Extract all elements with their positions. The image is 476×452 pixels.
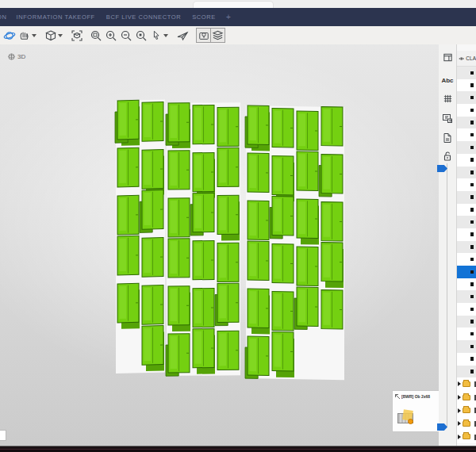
classification-row[interactable]	[457, 128, 476, 141]
row-checkbox[interactable]	[470, 170, 474, 174]
expand-triangle-icon[interactable]	[458, 395, 461, 400]
folder-row[interactable]	[457, 417, 476, 431]
classification-row[interactable]	[457, 104, 476, 117]
row-checkbox[interactable]	[470, 109, 474, 113]
row-checkbox[interactable]	[470, 208, 474, 212]
classification-row[interactable]	[457, 141, 476, 154]
classification-row[interactable]	[457, 353, 476, 366]
pdf-icon[interactable]	[441, 132, 454, 144]
menu-item-bcf-live-connector[interactable]: BCF LIVE CONNECTOR	[106, 13, 181, 21]
folder-row[interactable]	[457, 391, 476, 404]
select-cursor-icon[interactable]	[149, 28, 163, 43]
zoom-in-icon[interactable]	[104, 28, 117, 43]
pan-dropdown-caret[interactable]	[32, 34, 36, 37]
panel-layout-icon[interactable]	[441, 51, 454, 63]
expand-triangle-icon[interactable]	[458, 408, 461, 413]
row-checkbox[interactable]	[470, 258, 474, 262]
row-checkbox[interactable]	[470, 345, 474, 349]
cube-dropdown-caret[interactable]	[58, 34, 63, 37]
taskbar-edge	[0, 446, 476, 452]
zoom-out-icon[interactable]	[119, 28, 132, 43]
expand-triangle-icon[interactable]	[458, 421, 461, 426]
cube-view-icon[interactable]	[44, 28, 57, 43]
row-checkbox[interactable]	[470, 83, 474, 87]
classification-row[interactable]	[457, 154, 476, 167]
classification-row-selected[interactable]	[457, 266, 476, 278]
row-checkbox[interactable]	[470, 370, 474, 373]
classification-row[interactable]	[457, 167, 476, 179]
viewport-3d[interactable]: 3D [BWR] Ob 2x68	[0, 44, 439, 446]
selection-info-box[interactable]: [BWR] Ob 2x68	[392, 390, 439, 432]
lock-open-icon[interactable]	[441, 150, 454, 163]
layers-icon[interactable]	[210, 29, 225, 42]
zoom-selected-icon[interactable]	[134, 28, 148, 43]
info-box-title: [BWR] Ob 2x68	[401, 394, 438, 399]
classification-row[interactable]	[457, 241, 476, 254]
row-checkbox[interactable]	[470, 295, 474, 299]
row-checkbox[interactable]	[470, 308, 474, 312]
row-checkbox[interactable]	[470, 245, 474, 249]
expand-triangle-icon[interactable]	[458, 435, 461, 439]
main-area: 3D [BWR] Ob 2x68	[0, 44, 476, 446]
zoom-extents-icon[interactable]	[70, 28, 83, 43]
classification-row[interactable]	[457, 253, 476, 266]
row-checkbox[interactable]	[470, 357, 474, 361]
row-checkbox[interactable]	[470, 183, 474, 187]
folder-row[interactable]	[457, 431, 476, 444]
classification-row[interactable]	[457, 91, 476, 104]
classification-panel-header[interactable]: CLA	[457, 51, 476, 67]
fly-icon[interactable]	[175, 28, 189, 43]
classification-row[interactable]	[457, 228, 476, 241]
classification-row[interactable]	[457, 366, 476, 378]
classification-row[interactable]	[457, 328, 476, 340]
text-abc-icon[interactable]: Abc	[441, 74, 454, 86]
classification-row[interactable]	[457, 216, 476, 228]
classification-row[interactable]	[457, 191, 476, 204]
expand-triangle-icon[interactable]	[458, 381, 461, 386]
row-checkbox[interactable]	[470, 332, 474, 336]
classification-row[interactable]	[457, 204, 476, 216]
zoom-window-icon[interactable]	[89, 28, 102, 43]
row-checkbox[interactable]	[470, 121, 474, 124]
pan-hand-icon[interactable]	[17, 28, 31, 43]
row-checkbox[interactable]	[470, 133, 474, 137]
classification-row[interactable]	[457, 117, 476, 129]
view-toggle-group	[196, 28, 225, 43]
menu-item-on[interactable]: ON	[0, 13, 6, 21]
row-checkbox[interactable]	[470, 195, 474, 199]
classification-row[interactable]	[457, 316, 476, 328]
menu-item-score[interactable]: SCORE	[192, 13, 216, 21]
row-checkbox[interactable]	[470, 220, 474, 224]
eye-icon	[459, 56, 464, 61]
classification-row[interactable]	[457, 67, 476, 79]
map-icon[interactable]	[197, 29, 210, 42]
folder-row[interactable]	[457, 404, 476, 417]
folder-icon	[463, 381, 470, 387]
row-checkbox[interactable]	[470, 270, 474, 274]
classification-folders	[457, 377, 476, 443]
classification-row[interactable]	[457, 79, 476, 92]
classification-row[interactable]	[457, 340, 476, 353]
app-window: ON INFORMATION TAKEOFF BCF LIVE CONNECTO…	[0, 0, 476, 452]
menu-item-add[interactable]: +	[226, 13, 231, 21]
select-dropdown-caret[interactable]	[163, 34, 168, 37]
classification-row[interactable]	[457, 290, 476, 303]
classification-row[interactable]	[457, 178, 476, 191]
row-checkbox[interactable]	[470, 158, 474, 162]
row-checkbox[interactable]	[470, 71, 474, 75]
menu-item-information-takeoff[interactable]: INFORMATION TAKEOFF	[16, 13, 94, 21]
view-slider-track[interactable]	[447, 163, 447, 427]
orbit-icon[interactable]	[2, 28, 16, 43]
row-checkbox[interactable]	[470, 320, 474, 324]
classification-row[interactable]	[457, 303, 476, 316]
row-checkbox[interactable]	[470, 96, 474, 100]
classification-row[interactable]	[457, 278, 476, 291]
row-checkbox[interactable]	[470, 146, 474, 150]
row-checkbox[interactable]	[470, 282, 474, 286]
row-checkbox[interactable]	[470, 232, 474, 236]
grid-icon[interactable]	[441, 92, 454, 105]
export-view-icon[interactable]	[441, 112, 454, 124]
folder-row[interactable]	[457, 377, 476, 391]
stamp-icon	[397, 410, 416, 426]
model-3d[interactable]	[0, 44, 439, 446]
